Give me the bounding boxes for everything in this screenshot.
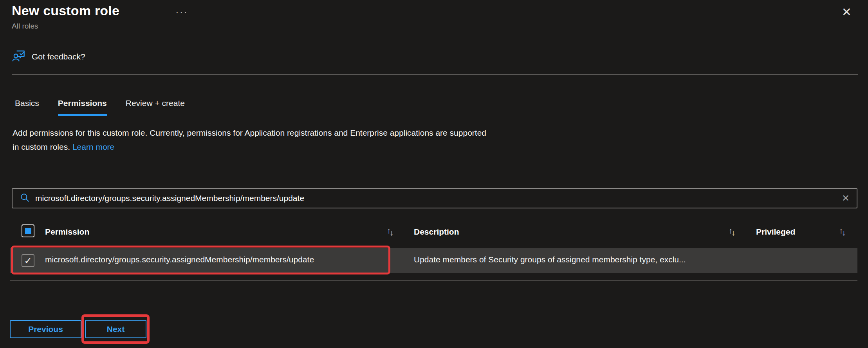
- page-title: New custom role: [12, 3, 119, 18]
- sort-icon-permission[interactable]: ↑↓: [387, 226, 393, 235]
- permission-search-box[interactable]: ✕: [12, 188, 857, 208]
- column-header-permission[interactable]: Permission: [45, 227, 89, 237]
- permissions-table: Permission ↑↓ Description ↑↓ Privileged …: [10, 221, 857, 283]
- header-divider: [12, 74, 858, 75]
- tab-basics[interactable]: Basics: [15, 99, 39, 116]
- intro-text: Add permissions for this custom role. Cu…: [13, 126, 486, 154]
- next-button[interactable]: Next: [85, 320, 146, 338]
- row-permission-value: microsoft.directory/groups.security.assi…: [45, 255, 314, 264]
- row-separator: [10, 280, 857, 281]
- sort-icon-description[interactable]: ↑↓: [729, 226, 735, 235]
- tab-permissions[interactable]: Permissions: [58, 99, 107, 116]
- close-icon[interactable]: ✕: [842, 6, 852, 18]
- intro-line1: Add permissions for this custom role. Cu…: [13, 126, 486, 140]
- checkbox-indeterminate-mark: [25, 228, 31, 234]
- got-feedback-button[interactable]: Got feedback?: [12, 48, 85, 65]
- more-options-icon[interactable]: ···: [175, 6, 188, 18]
- sort-icon-privileged[interactable]: ↑↓: [839, 226, 846, 235]
- new-custom-role-panel: New custom role ··· ✕ All roles Got feed…: [0, 0, 868, 348]
- row-checkbox[interactable]: ✓: [22, 254, 34, 267]
- select-all-checkbox[interactable]: [22, 224, 34, 237]
- search-input[interactable]: [35, 194, 842, 203]
- clear-search-icon[interactable]: ✕: [842, 194, 850, 203]
- feedback-icon: [12, 48, 27, 65]
- table-row[interactable]: ✓ microsoft.directory/groups.security.as…: [10, 248, 857, 273]
- tab-bar: Basics Permissions Review + create: [15, 99, 185, 116]
- intro-line2-text: in custom roles.: [13, 142, 70, 151]
- previous-button[interactable]: Previous: [10, 320, 81, 338]
- search-icon: [20, 192, 30, 204]
- intro-line2: in custom roles. Learn more: [13, 140, 486, 154]
- row-description-value: Update members of Security groups of ass…: [414, 255, 686, 264]
- column-header-privileged[interactable]: Privileged: [756, 227, 795, 237]
- column-header-description[interactable]: Description: [414, 227, 459, 237]
- tab-review-create[interactable]: Review + create: [126, 99, 185, 116]
- learn-more-link[interactable]: Learn more: [72, 142, 114, 151]
- checkbox-check-icon: ✓: [24, 256, 32, 265]
- feedback-label: Got feedback?: [32, 52, 85, 61]
- breadcrumb-all-roles: All roles: [12, 22, 38, 30]
- table-header-row: Permission ↑↓ Description ↑↓ Privileged …: [10, 221, 857, 244]
